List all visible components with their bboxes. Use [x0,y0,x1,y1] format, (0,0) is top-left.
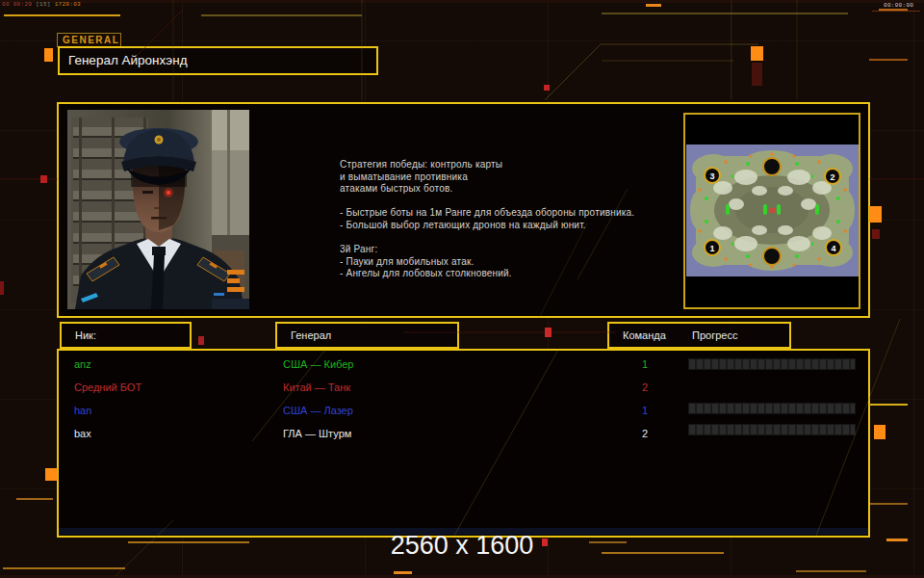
player-nick: Средний БОТ [74,376,141,399]
player-team: 2 [632,422,648,445]
player-nick: han [74,399,91,422]
page-title: Генерал Айронхэнд [58,46,378,75]
player-team: 2 [632,376,648,399]
header-nick: Ник: [60,322,192,349]
table-row: bax ГЛА — Штурм 2 [59,422,868,445]
table-row: anz США — Кибер 1 [59,353,868,376]
minimap-panel: 3 2 1 4 [683,113,860,309]
player-nick: bax [74,422,91,445]
general-tag: GENERAL [57,33,121,47]
player-nick: anz [74,353,91,376]
osd-left: 00 00:29 [15] 1729:03 [2,1,81,8]
player-general: США — Кибер [283,353,353,376]
player-team: 1 [632,399,648,422]
general-portrait [67,110,249,309]
loading-screen: { "osd": { "left_time": "00 00:29", "lef… [0,0,924,578]
cyborg-eye [167,191,170,195]
table-row: han США — Лазер 1 [59,399,868,422]
progress-bar [688,403,856,414]
strategy-line: и выматывание противника [340,171,634,184]
osd-right-timer: 00:00:00 [884,2,913,9]
strategy-line: Стратегия победы: контроль карты [340,159,634,171]
strategy-line [340,232,634,245]
player-team: 1 [632,353,648,376]
header-team-progress: Команда Прогресс [607,322,791,349]
player-general: Китай — Танк [283,376,350,399]
strategy-line: - Большой выбор летающих дронов на кажды… [340,220,634,232]
osd-left-counter: 1729:03 [55,1,81,8]
strategy-line: атаками быстрых ботов. [340,183,634,196]
progress-bar [688,358,856,370]
strategy-description: Стратегия победы: контроль карты и вымат… [340,159,634,280]
general-portrait-image [67,110,249,309]
table-row: Средний БОТ Китай — Танк 2 [59,376,868,399]
osd-left-time: 00 00:29 [2,1,32,8]
strategy-line: - Ангелы для лобовых столкновений. [340,268,634,280]
start-spot-number: 1 [709,244,714,253]
player-general: США — Лазер [283,399,353,422]
strategy-line: - Пауки для мобильных атак. [340,256,634,269]
start-spot-number: 3 [709,171,714,181]
header-progress: Прогресс [692,324,737,347]
progress-bar [688,424,856,435]
strategy-line: 3й Ранг: [340,244,634,256]
start-spot-number: 4 [831,244,835,253]
general-info-panel: Стратегия победы: контроль карты и вымат… [57,102,870,318]
players-table: anz США — Кибер 1 Средний БОТ Китай — Та… [57,349,870,538]
player-general: ГЛА — Штурм [283,422,351,445]
start-spot-number: 2 [830,172,834,182]
strategy-line: - Быстрые боты на 1м Ранге для объезда о… [340,207,634,220]
strategy-line [340,196,634,208]
osd-left-mid: [15] [36,1,51,8]
minimap-image: 3 2 1 4 [686,144,859,276]
minimap-center-marker [770,208,775,213]
header-team: Команда [623,324,666,347]
header-general: Генерал [275,322,459,349]
resolution-watermark: 2560 x 1600 [0,531,924,561]
